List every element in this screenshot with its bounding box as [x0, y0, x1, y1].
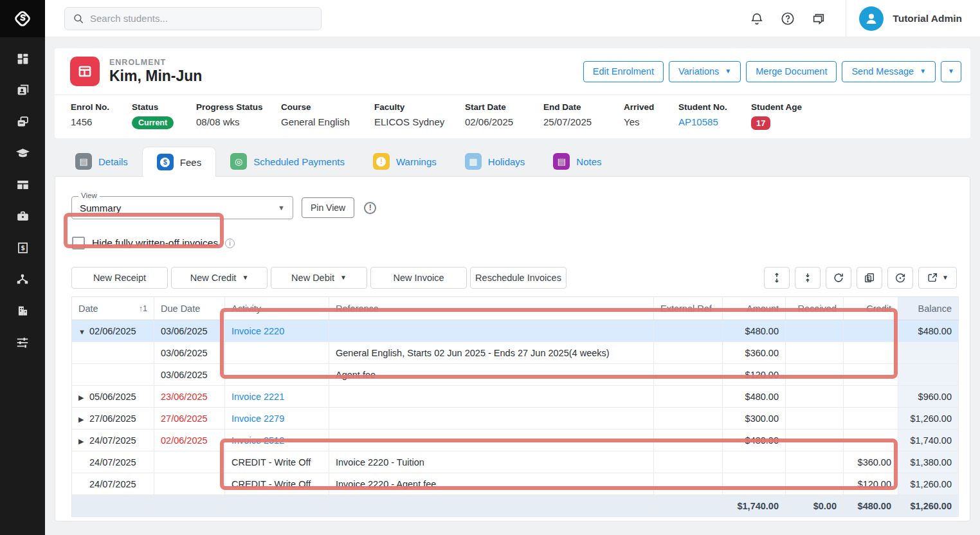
enrolment-tabs: ▤Details $Fees ◎Scheduled Payments !Warn…	[61, 147, 970, 176]
tab-holidays[interactable]: ▦Holidays	[451, 147, 540, 176]
more-actions-button[interactable]: ▼	[941, 61, 961, 82]
invoice-link[interactable]: Invoice 2221	[231, 392, 284, 402]
table-row[interactable]: ▶27/06/2025 27/06/2025 Invoice 2279 $300…	[72, 408, 959, 430]
entity-label: ENROLMENT	[109, 58, 202, 67]
export-button[interactable]: ▼	[918, 267, 957, 289]
info-icon[interactable]: !	[364, 202, 376, 214]
network-icon	[15, 272, 30, 286]
progress-status-value: 08/08 wks	[196, 116, 281, 127]
fees-table: Date↑1 Due Date Activity Reference Exter…	[71, 296, 959, 517]
sidebar-item-dashboard[interactable]	[14, 51, 31, 66]
new-debit-button[interactable]: New Debit▼	[271, 267, 367, 289]
col-due-date[interactable]: Due Date	[154, 297, 225, 320]
col-amount[interactable]: Amount	[723, 297, 786, 320]
avatar[interactable]	[859, 6, 884, 31]
invoice-link[interactable]: Invoice 2220	[231, 326, 284, 336]
copy-button[interactable]	[857, 267, 882, 289]
expand-row-icon[interactable]: ▶	[78, 394, 89, 402]
col-date[interactable]: Date↑1	[72, 297, 154, 320]
send-message-button[interactable]: Send Message▼	[842, 61, 936, 82]
student-search[interactable]	[64, 7, 322, 30]
field-label: End Date	[543, 102, 624, 112]
notifications-button[interactable]	[749, 11, 765, 26]
expand-row-icon[interactable]: ▶	[78, 415, 89, 424]
new-credit-button[interactable]: New Credit▼	[171, 267, 268, 289]
sidebar-item-organisation[interactable]	[14, 304, 31, 318]
tab-fees[interactable]: $Fees	[142, 147, 216, 177]
tab-notes[interactable]: ▤Notes	[539, 147, 615, 176]
refresh-button[interactable]	[826, 267, 851, 289]
invoice-link[interactable]: Invoice 2279	[231, 413, 284, 424]
sidebar-item-finance[interactable]: $	[14, 240, 31, 255]
arrived-value: Yes	[624, 116, 678, 127]
sidebar-item-agents[interactable]	[14, 209, 31, 223]
sidebar-item-enrolments[interactable]	[14, 114, 31, 129]
search-input[interactable]	[90, 13, 313, 24]
pin-view-button[interactable]: Pin View	[302, 197, 354, 218]
table-row[interactable]: 24/07/2025 CREDIT - Write Off Invoice 22…	[72, 473, 959, 495]
student-no-link[interactable]: AP10585	[678, 116, 718, 127]
sidebar-item-courses[interactable]	[14, 146, 31, 160]
new-invoice-button[interactable]: New Invoice	[370, 267, 467, 289]
merge-document-button[interactable]: Merge Document	[746, 61, 837, 82]
history-button[interactable]	[887, 267, 913, 289]
field-label: Start Date	[465, 102, 543, 112]
collapse-row-icon[interactable]: ▼	[78, 328, 89, 336]
view-select[interactable]: View Summary ▼	[71, 196, 293, 219]
sidebar-item-network[interactable]	[14, 272, 31, 286]
topbar: Tutorial Admin	[45, 0, 980, 37]
tab-scheduled-payments[interactable]: ◎Scheduled Payments	[216, 147, 359, 176]
enrolment-card: ENROLMENT Kim, Min-Jun Edit Enrolment Va…	[55, 48, 970, 138]
collapse-rows-button[interactable]	[795, 267, 821, 289]
expand-row-icon[interactable]: ▶	[78, 437, 89, 446]
table-row[interactable]: 24/07/2025 CREDIT - Write Off Invoice 22…	[72, 451, 959, 473]
field-label: Progress Status	[196, 102, 281, 112]
sidebar-item-students[interactable]	[14, 83, 31, 97]
tab-details[interactable]: ▤Details	[61, 147, 142, 176]
chevron-down-icon: ▼	[242, 275, 248, 281]
field-label: Arrived	[624, 102, 678, 112]
status-badge: Current	[132, 116, 174, 129]
col-activity[interactable]: Activity	[225, 297, 329, 320]
col-external-ref[interactable]: External Ref	[654, 297, 723, 320]
chevron-down-icon: ▼	[942, 275, 948, 281]
table-row[interactable]: ▼02/06/2025 03/06/2025 Invoice 2220 $480…	[72, 320, 959, 342]
tab-warnings[interactable]: !Warnings	[359, 147, 451, 176]
expand-icon	[771, 272, 783, 284]
help-icon	[781, 12, 795, 26]
sidebar-item-timetable[interactable]	[14, 177, 31, 192]
help-button[interactable]	[780, 11, 795, 26]
variations-button[interactable]: Variations▼	[669, 61, 741, 82]
col-received[interactable]: Received	[786, 297, 844, 320]
info-icon[interactable]: i	[225, 239, 235, 248]
col-credit[interactable]: Credit	[844, 297, 898, 320]
expand-rows-button[interactable]	[764, 267, 790, 289]
col-reference[interactable]: Reference	[329, 297, 654, 320]
field-label: Student Age	[751, 102, 828, 112]
details-tab-icon: ▤	[75, 153, 92, 170]
hide-written-off-checkbox[interactable]	[72, 237, 85, 249]
table-row[interactable]: 03/06/2025 Agent fee $120.00	[72, 364, 959, 386]
chevron-down-icon: ▼	[278, 204, 285, 212]
messages-button[interactable]	[811, 11, 826, 26]
table-row[interactable]: ▶24/07/2025 02/06/2025 Invoice 2512 $480…	[72, 430, 959, 451]
invoice-link[interactable]: Invoice 2512	[231, 435, 284, 446]
field-label: Student No.	[678, 102, 751, 112]
sidebar-item-settings[interactable]	[14, 335, 31, 349]
total-credit: $480.00	[844, 495, 898, 517]
table-header-row: Date↑1 Due Date Activity Reference Exter…	[72, 297, 959, 320]
table-row[interactable]: 03/06/2025 General English, Starts 02 Ju…	[72, 342, 959, 364]
reschedule-invoices-button[interactable]: Reschedule Invoices	[470, 267, 567, 289]
view-select-label: View	[78, 192, 100, 199]
user-name[interactable]: Tutorial Admin	[893, 13, 962, 24]
col-balance[interactable]: Balance	[898, 297, 959, 320]
chevron-down-icon: ▼	[725, 68, 731, 75]
app-logo[interactable]	[0, 0, 45, 37]
enrolment-info-row: Enrol No.1456 StatusCurrent Progress Sta…	[55, 95, 970, 138]
table-row[interactable]: ▶05/06/2025 23/06/2025 Invoice 2221 $480…	[72, 386, 959, 408]
timetable-icon	[16, 178, 30, 192]
new-receipt-button[interactable]: New Receipt	[71, 267, 168, 289]
edit-enrolment-button[interactable]: Edit Enrolment	[583, 61, 664, 82]
field-label: Status	[132, 102, 196, 112]
bell-icon	[750, 12, 764, 26]
